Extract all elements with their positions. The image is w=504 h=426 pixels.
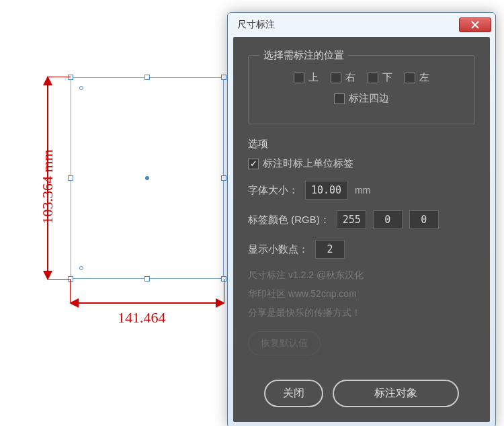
checkbox-label: 标注时标上单位标签 — [263, 157, 353, 170]
position-fieldset: 选择需标注的位置 上 右 下 左 标注四边 — [248, 49, 475, 124]
color-label: 标签颜色 (RGB)： — [248, 214, 330, 226]
close-icon — [471, 21, 479, 29]
position-row: 上 右 下 左 — [259, 71, 464, 84]
dialog-titlebar[interactable]: 尺寸标注 — [228, 13, 495, 37]
checkbox-label: 右 — [345, 71, 355, 84]
dialog-body: 选择需标注的位置 上 右 下 左 标注四边 选项 标注时标上单位标签 字体大小：… — [233, 37, 490, 422]
checkbox-right[interactable]: 右 — [331, 71, 355, 84]
dimension-extension — [70, 279, 71, 302]
corner-indicator — [79, 266, 83, 270]
checkbox-label: 左 — [419, 71, 429, 84]
resize-handle[interactable] — [144, 276, 150, 282]
dimension-extension — [47, 279, 71, 280]
position-legend: 选择需标注的位置 — [259, 49, 348, 62]
font-size-input[interactable] — [305, 181, 348, 200]
credit-line: 分享是最快乐的传播方式！ — [248, 307, 475, 319]
resize-handle[interactable] — [221, 75, 226, 80]
checkbox-up[interactable]: 上 — [294, 71, 319, 84]
close-button[interactable] — [459, 17, 491, 32]
checkbox-icon — [294, 73, 304, 83]
color-g-input[interactable] — [373, 210, 403, 229]
resize-handle[interactable] — [144, 75, 150, 80]
apply-dimension-button[interactable]: 标注对象 — [333, 380, 459, 407]
color-r-input[interactable] — [337, 210, 366, 229]
font-size-label: 字体大小： — [248, 184, 298, 197]
position-all-row: 标注四边 — [259, 92, 464, 105]
center-indicator — [145, 176, 149, 180]
checkbox-label: 标注四边 — [349, 92, 389, 105]
credit-line: 尺寸标注 v1.2.2 @秋东汉化 — [248, 269, 475, 282]
decimal-input[interactable] — [315, 240, 345, 259]
checkbox-label: 下 — [382, 71, 392, 84]
selected-rectangle[interactable] — [71, 77, 224, 279]
checkbox-icon — [248, 159, 259, 169]
checkbox-icon — [334, 93, 345, 104]
color-row: 标签颜色 (RGB)： — [248, 210, 475, 229]
vertical-dimension-label: 103.364 mm — [39, 149, 56, 224]
dialog-title: 尺寸标注 — [237, 19, 275, 31]
dimension-dialog: 尺寸标注 选择需标注的位置 上 右 下 左 标注四边 选项 标注时标上单位标签 … — [227, 12, 496, 426]
checkbox-left[interactable]: 左 — [405, 71, 429, 84]
corner-indicator — [79, 86, 83, 90]
credit-line: 华印社区 www.52cnp.com — [248, 288, 475, 300]
horizontal-dimension-line — [71, 302, 224, 304]
checkbox-label: 上 — [308, 71, 319, 84]
button-row: 关闭 标注对象 — [248, 380, 475, 407]
restore-defaults-button[interactable]: 恢复默认值 — [248, 331, 321, 355]
checkbox-icon — [331, 73, 341, 83]
decimal-row: 显示小数点： — [248, 240, 475, 259]
decimal-label: 显示小数点： — [248, 243, 308, 256]
dimension-extension — [224, 279, 224, 302]
resize-handle[interactable] — [68, 175, 73, 181]
font-size-unit: mm — [355, 185, 370, 196]
font-size-row: 字体大小： mm — [248, 181, 475, 200]
checkbox-icon — [368, 73, 378, 83]
color-b-input[interactable] — [409, 210, 439, 229]
checkbox-down[interactable]: 下 — [368, 71, 392, 84]
canvas-area: 103.364 mm 141.464 — [0, 0, 228, 426]
options-label: 选项 — [248, 138, 475, 151]
checkbox-all-sides[interactable]: 标注四边 — [334, 92, 389, 105]
checkbox-unit-label[interactable]: 标注时标上单位标签 — [248, 157, 475, 170]
horizontal-dimension-label: 141.464 — [118, 309, 166, 327]
resize-handle[interactable] — [68, 75, 73, 80]
dimension-extension — [47, 77, 71, 77]
checkbox-icon — [405, 73, 415, 83]
resize-handle[interactable] — [221, 175, 226, 181]
close-dialog-button[interactable]: 关闭 — [264, 380, 323, 407]
